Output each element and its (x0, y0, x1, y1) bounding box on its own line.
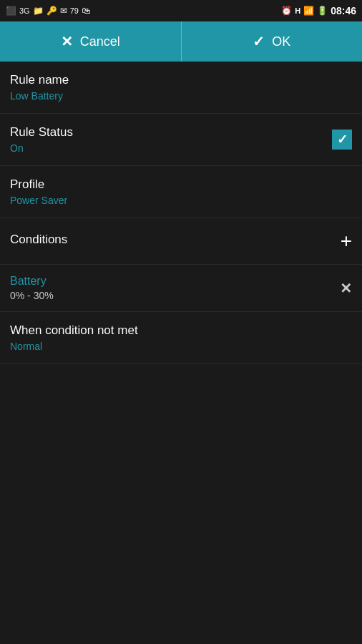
mail-icon: ✉ (60, 6, 67, 16)
rule-status-value: On (10, 142, 73, 154)
profile-section[interactable]: Profile Power Saver (0, 166, 362, 218)
when-not-met-value: Normal (10, 341, 352, 352)
cancel-button[interactable]: ✕ Cancel (0, 21, 182, 62)
when-not-met-title: When condition not met (10, 323, 352, 338)
checkbox-check-icon: ✓ (337, 132, 348, 147)
battery-range: 0% - 30% (10, 290, 54, 301)
battery-icon: 🔋 (317, 6, 328, 16)
conditions-section: Conditions + (0, 218, 362, 265)
ok-label: OK (272, 34, 290, 49)
ok-button[interactable]: ✓ OK (182, 21, 363, 62)
cancel-icon: ✕ (61, 33, 73, 50)
folder-icon: 📁 (33, 6, 44, 16)
cancel-label: Cancel (80, 34, 120, 49)
status-bar-left: ⬛ 3G 📁 🔑 ✉ 79 🛍 (6, 6, 90, 16)
status-bar: ⬛ 3G 📁 🔑 ✉ 79 🛍 ⏰ H 📶 🔋 08:46 (0, 0, 362, 21)
add-condition-button[interactable]: + (341, 230, 352, 253)
rule-name-section[interactable]: Rule name Low Battery (0, 62, 362, 114)
ok-check-icon: ✓ (253, 33, 265, 50)
rule-name-title: Rule name (10, 73, 352, 87)
rule-name-value: Low Battery (10, 90, 352, 102)
network-3g-icon: 3G (19, 6, 30, 15)
bag-icon: 🛍 (82, 6, 90, 16)
conditions-title: Conditions (10, 233, 67, 247)
action-bar: ✕ Cancel ✓ OK (0, 21, 362, 62)
content-area: Rule name Low Battery Rule Status On ✓ P… (0, 62, 362, 364)
status-bar-right: ⏰ H 📶 🔋 08:46 (281, 5, 356, 16)
when-not-met-section[interactable]: When condition not met Normal (0, 312, 362, 364)
alarm-icon: ⏰ (281, 6, 292, 16)
time-display: 08:46 (331, 5, 356, 16)
signal-icon: 📶 (303, 6, 314, 16)
sim-status-icon: ⬛ (6, 6, 16, 16)
battery-percent-icon: 79 (70, 6, 79, 15)
rule-status-checkbox[interactable]: ✓ (332, 130, 352, 150)
battery-label: Battery (10, 275, 54, 288)
remove-battery-condition-button[interactable]: ✕ (340, 280, 352, 297)
rule-status-section[interactable]: Rule Status On ✓ (0, 114, 362, 166)
battery-condition-row: Battery 0% - 30% ✕ (0, 265, 362, 312)
profile-value: Power Saver (10, 195, 352, 206)
profile-title: Profile (10, 177, 352, 192)
key-icon: 🔑 (47, 6, 57, 16)
h-network-icon: H (295, 6, 300, 15)
rule-status-title: Rule Status (10, 125, 73, 140)
